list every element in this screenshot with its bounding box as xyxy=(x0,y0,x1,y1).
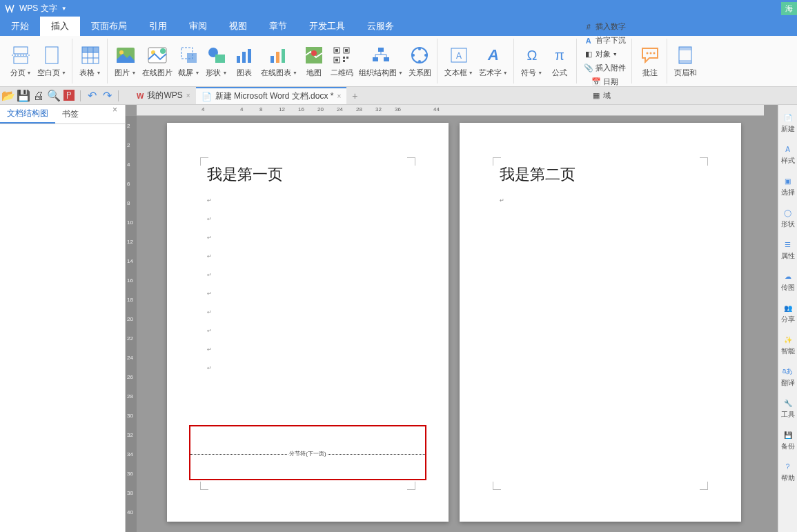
svg-rect-34 xyxy=(346,57,348,59)
pages-container: 我是第一页 ↵↵↵↵ ↵↵↵↵ ↵↵ 分节符(下一页) 我是第二页 ↵ xyxy=(167,123,741,522)
svg-text:Ω: Ω xyxy=(527,48,537,63)
rail-smart[interactable]: ✨智能 xyxy=(780,331,796,359)
new-tab-button[interactable]: + xyxy=(346,87,363,104)
menu-reference[interactable]: 引用 xyxy=(138,17,178,36)
app-name: WPS 文字 xyxy=(19,3,57,14)
app-menu-dropdown[interactable]: ▼ xyxy=(61,6,67,12)
rail-select[interactable]: ▣选择 xyxy=(780,173,796,200)
wordart-button[interactable]: A 艺术字▼ xyxy=(476,43,511,79)
tab-my-wps[interactable]: W 我的WPS × xyxy=(131,87,196,104)
insert-number-button[interactable]: #插入数字 xyxy=(581,20,629,34)
svg-rect-21 xyxy=(248,49,251,63)
shape-button[interactable]: 形状▼ xyxy=(203,43,230,79)
quick-access-bar: 📂 💾 🖨 🔍 🅿 ↶ ↷ W 我的WPS × 📄 新建 Microsoft W… xyxy=(0,87,797,105)
print-icon[interactable]: 🖨 xyxy=(33,90,44,101)
svg-point-53 xyxy=(646,52,648,55)
number-icon: # xyxy=(584,22,593,32)
shape-rail-icon: ◯ xyxy=(783,207,794,218)
menu-cloud[interactable]: 云服务 xyxy=(356,17,405,36)
table-button[interactable]: 表格▼ xyxy=(77,43,104,79)
svg-rect-36 xyxy=(378,48,384,52)
pane-tab-bookmark[interactable]: 书签 xyxy=(55,105,86,124)
rail-shape[interactable]: ◯形状 xyxy=(780,204,796,232)
rail-share[interactable]: 👥分享 xyxy=(780,299,796,327)
print-preview-icon[interactable]: 🔍 xyxy=(48,90,59,101)
new-doc-icon: 📄 xyxy=(783,112,794,123)
chart-button[interactable]: 图表 xyxy=(230,43,258,79)
svg-rect-1 xyxy=(14,57,28,63)
menu-review[interactable]: 审阅 xyxy=(178,17,218,36)
wps-logo-icon: W xyxy=(137,92,144,100)
page-break-button[interactable]: 分页▼ xyxy=(7,43,35,79)
relation-button[interactable]: 关系图 xyxy=(406,43,434,79)
vertical-ruler: 2 2 4 6 8 10 12 14 16 18 20 22 24 26 28 … xyxy=(126,116,137,532)
rail-tools[interactable]: 🔧工具 xyxy=(780,395,796,422)
rail-upload[interactable]: ☁传图 xyxy=(780,268,796,295)
svg-point-44 xyxy=(418,48,421,50)
redo-icon[interactable]: ↷ xyxy=(101,90,112,101)
page-break-icon xyxy=(10,44,32,66)
symbol-button[interactable]: Ω 符号▼ xyxy=(518,43,546,79)
equation-button[interactable]: π 公式 xyxy=(546,43,573,79)
textbox-button[interactable]: A 文本框▼ xyxy=(442,43,476,79)
attachment-button[interactable]: 📎插入附件 xyxy=(581,61,629,75)
menu-chapter[interactable]: 章节 xyxy=(258,17,298,36)
rail-help[interactable]: ?帮助 xyxy=(780,458,796,486)
word-doc-icon: 📄 xyxy=(201,92,212,101)
object-button[interactable]: ◧对象▼ xyxy=(581,48,629,61)
online-picture-button[interactable]: 在线图片 xyxy=(139,43,175,79)
horizontal-ruler: 4 4 8 12 16 20 24 28 32 36 44 xyxy=(137,105,764,116)
pane-close-button[interactable]: × xyxy=(112,105,122,115)
backup-icon: 💾 xyxy=(783,429,794,440)
orgchart-icon xyxy=(370,44,392,66)
svg-text:π: π xyxy=(555,48,564,63)
menu-dev-tools[interactable]: 开发工具 xyxy=(298,17,356,36)
page-2-text: 我是第二页 xyxy=(500,164,701,185)
map-button[interactable]: 地图 xyxy=(300,43,328,79)
ribbon: 分页▼ 空白页▼ 表格▼ 图片▼ 在线图片 截屏▼ xyxy=(0,36,797,87)
close-tab-icon[interactable]: × xyxy=(337,92,341,100)
svg-rect-32 xyxy=(335,59,338,61)
datetime-button[interactable]: 📅日期 xyxy=(589,75,621,89)
page-2[interactable]: 我是第二页 ↵ xyxy=(460,123,741,522)
smart-icon: ✨ xyxy=(783,334,794,345)
qrcode-button[interactable]: 二维码 xyxy=(328,43,356,79)
undo-icon[interactable]: ↶ xyxy=(86,90,97,101)
document-area[interactable]: 2 2 4 6 8 10 12 14 16 18 20 22 24 26 28 … xyxy=(126,105,778,532)
tab-document[interactable]: 📄 新建 Microsoft Word 文档.docx * × xyxy=(196,87,347,104)
picture-button[interactable]: 图片▼ xyxy=(112,43,139,79)
menu-page-layout[interactable]: 页面布局 xyxy=(80,17,138,36)
pane-tab-structure[interactable]: 文档结构图 xyxy=(0,105,55,124)
menu-view[interactable]: 视图 xyxy=(218,17,258,36)
app-logo-icon xyxy=(3,1,17,15)
rail-style[interactable]: A样式 xyxy=(780,141,796,168)
header-footer-button[interactable]: 页眉和 xyxy=(671,43,700,79)
menu-start[interactable]: 开始 xyxy=(0,17,40,36)
page-1[interactable]: 我是第一页 ↵↵↵↵ ↵↵↵↵ ↵↵ 分节符(下一页) xyxy=(167,123,449,522)
online-chart-button[interactable]: 在线图表▼ xyxy=(258,43,300,79)
rail-backup[interactable]: 💾备份 xyxy=(780,426,796,454)
blank-page-button[interactable]: 空白页▼ xyxy=(35,43,69,79)
close-tab-icon[interactable]: × xyxy=(186,92,190,99)
svg-rect-3 xyxy=(46,47,58,63)
comment-button[interactable]: 批注 xyxy=(636,43,664,79)
export-pdf-icon[interactable]: 🅿 xyxy=(63,90,75,101)
shape-icon xyxy=(206,44,228,66)
field-button[interactable]: ▦域 xyxy=(589,89,621,103)
rail-property[interactable]: ☰属性 xyxy=(780,236,796,264)
save-icon[interactable]: 💾 xyxy=(18,90,29,101)
open-icon[interactable]: 📂 xyxy=(3,90,14,101)
property-icon: ☰ xyxy=(783,239,794,250)
orgchart-button[interactable]: 组织结构图▼ xyxy=(356,43,406,79)
rail-new[interactable]: 📄新建 xyxy=(780,109,796,137)
title-bar: WPS 文字 ▼ 海 xyxy=(0,0,797,17)
wordart-icon: A xyxy=(482,44,504,66)
screenshot-button[interactable]: 截屏▼ xyxy=(175,43,203,79)
dropcap-button[interactable]: A首字下沉 xyxy=(581,34,629,48)
rail-translate[interactable]: aあ翻译 xyxy=(780,363,796,391)
cloud-badge[interactable]: 海 xyxy=(781,2,797,15)
object-icon: ◧ xyxy=(584,50,593,59)
menu-insert[interactable]: 插入 xyxy=(40,17,80,36)
svg-rect-33 xyxy=(343,57,345,59)
svg-rect-18 xyxy=(215,55,225,63)
